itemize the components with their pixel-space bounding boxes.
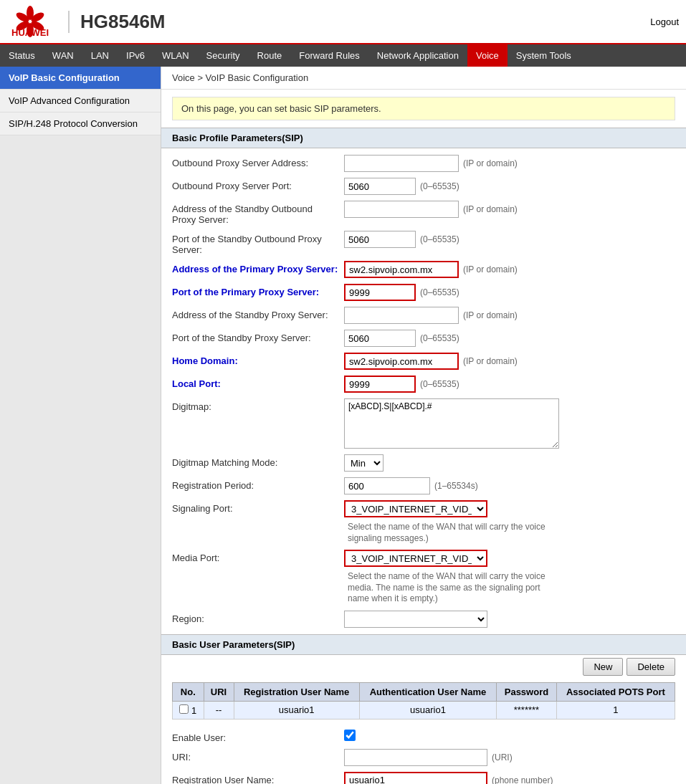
- form-row-digitmap-mode: Digitmap Matching Mode: Min Max: [172, 451, 675, 474]
- outbound-proxy-addr-input[interactable]: [344, 155, 459, 172]
- standby-outbound-port-label: Port of the Standby Outbound ProxyServer…: [172, 231, 344, 255]
- signaling-port-group: 3_VOIP_INTERNET_R_VID_1503 Select the na…: [344, 500, 675, 544]
- nav-forward-rules[interactable]: Forward Rules: [290, 44, 368, 67]
- nav-network-application[interactable]: Network Application: [368, 44, 467, 67]
- primary-proxy-addr-group: (IP or domain): [344, 261, 675, 278]
- nav-system-tools[interactable]: System Tools: [508, 44, 580, 67]
- digitmap-label: Digitmap:: [172, 398, 344, 412]
- home-domain-label: Home Domain:: [172, 353, 344, 366]
- nav-route[interactable]: Route: [249, 44, 291, 67]
- sidebar-item-voip-advanced[interactable]: VoIP Advanced Configuration: [0, 90, 161, 113]
- standby-proxy-addr-hint: (IP or domain): [463, 310, 518, 320]
- registration-period-group: (1–65534s): [344, 477, 675, 494]
- local-port-input[interactable]: [344, 376, 416, 393]
- outbound-proxy-port-input[interactable]: [344, 178, 416, 195]
- home-domain-input[interactable]: [344, 353, 459, 370]
- standby-proxy-addr-input[interactable]: [344, 307, 459, 324]
- reg-user-hint: (phone number): [492, 775, 553, 784]
- form-row-media-port: Media Port: 3_VOIP_INTERNET_R_VID_1503 S…: [172, 547, 675, 608]
- digitmap-textarea[interactable]: [xABCD].S|[xABCD].#: [344, 398, 559, 449]
- cell-password: *******: [497, 701, 557, 719]
- outbound-proxy-addr-hint: (IP or domain): [463, 158, 518, 168]
- outbound-proxy-addr-group: (IP or domain): [344, 155, 675, 172]
- digitmap-group: [xABCD].S|[xABCD].#: [344, 398, 675, 449]
- form-row-signaling-port: Signaling Port: 3_VOIP_INTERNET_R_VID_15…: [172, 497, 675, 547]
- standby-proxy-addr-label: Address of the Standby Proxy Server:: [172, 307, 344, 320]
- media-port-select[interactable]: 3_VOIP_INTERNET_R_VID_1503: [344, 550, 487, 567]
- reg-user-input[interactable]: [344, 772, 487, 784]
- standby-outbound-port-input[interactable]: [344, 231, 416, 248]
- signaling-port-select[interactable]: 3_VOIP_INTERNET_R_VID_1503: [344, 500, 487, 517]
- content-area: Voice > VoIP Basic Configuration On this…: [161, 67, 686, 784]
- media-port-hint: Select the name of the WAN that will car…: [348, 571, 548, 605]
- sidebar: VoIP Basic Configuration VoIP Advanced C…: [0, 67, 161, 784]
- form-row-local-port: Local Port: (0–65535): [172, 373, 675, 396]
- col-no: No.: [173, 682, 204, 701]
- registration-period-label: Registration Period:: [172, 477, 344, 491]
- form-row-region: Region:: [172, 608, 675, 631]
- nav-ipv6[interactable]: IPv6: [118, 44, 153, 67]
- standby-outbound-addr-input[interactable]: [344, 201, 459, 218]
- cell-pots-port: 1: [556, 701, 675, 719]
- nav-wlan[interactable]: WLAN: [153, 44, 198, 67]
- sidebar-item-voip-basic[interactable]: VoIP Basic Configuration: [0, 67, 161, 90]
- svg-text:HUAWEI: HUAWEI: [11, 27, 49, 38]
- standby-proxy-addr-group: (IP or domain): [344, 307, 675, 324]
- logout-button[interactable]: Logout: [650, 16, 679, 27]
- form-row-primary-proxy-addr: Address of the Primary Proxy Server: (IP…: [172, 258, 675, 281]
- region-select[interactable]: [344, 611, 487, 628]
- huawei-logo-icon: HUAWEI: [7, 4, 54, 39]
- enable-user-label: Enable User:: [172, 730, 344, 743]
- table-header-row: No. URI Registration User Name Authentic…: [173, 682, 675, 701]
- form-row-standby-outbound-port: Port of the Standby Outbound ProxyServer…: [172, 228, 675, 258]
- row-checkbox[interactable]: [179, 704, 189, 714]
- primary-proxy-addr-hint: (IP or domain): [463, 264, 518, 274]
- delete-button[interactable]: Delete: [627, 658, 675, 676]
- table-row[interactable]: 1 -- usuario1 usuario1 ******* 1: [173, 701, 675, 719]
- nav-lan[interactable]: LAN: [82, 44, 118, 67]
- standby-proxy-port-hint: (0–65535): [420, 333, 459, 343]
- sidebar-item-sip-h248[interactable]: SIP/H.248 Protocol Conversion: [0, 113, 161, 135]
- form-row-reg-user: Registration User Name: (phone number): [172, 769, 675, 784]
- nav-status[interactable]: Status: [0, 44, 44, 67]
- form-row-registration-period: Registration Period: (1–65534s): [172, 474, 675, 497]
- breadcrumb: Voice > VoIP Basic Configuration: [161, 67, 686, 90]
- enable-user-checkbox[interactable]: [344, 730, 356, 741]
- basic-user-title: Basic User Parameters(SIP): [161, 634, 686, 655]
- registration-period-input[interactable]: [344, 477, 430, 494]
- form-row-primary-proxy-port: Port of the Primary Proxy Server: (0–655…: [172, 281, 675, 304]
- col-password: Password: [497, 682, 557, 701]
- primary-proxy-port-input[interactable]: [344, 284, 416, 301]
- header: HUAWEI HG8546M Logout: [0, 0, 686, 44]
- standby-proxy-port-input[interactable]: [344, 330, 416, 347]
- uri-group: (URI): [344, 749, 675, 766]
- user-edit-form: Enable User: URI: (URI) Registration Use…: [161, 723, 686, 784]
- main-layout: VoIP Basic Configuration VoIP Advanced C…: [0, 67, 686, 784]
- col-uri: URI: [204, 682, 234, 701]
- uri-input[interactable]: [344, 749, 487, 766]
- nav-security[interactable]: Security: [198, 44, 249, 67]
- cell-reg-user: usuario1: [234, 701, 359, 719]
- standby-proxy-port-group: (0–65535): [344, 330, 675, 347]
- new-button[interactable]: New: [583, 658, 623, 676]
- signaling-port-label: Signaling Port:: [172, 500, 344, 514]
- form-row-uri: URI: (URI): [172, 746, 675, 769]
- digitmap-mode-label: Digitmap Matching Mode:: [172, 454, 344, 468]
- nav-voice[interactable]: Voice: [467, 44, 508, 67]
- digitmap-mode-select[interactable]: Min Max: [344, 454, 384, 472]
- col-reg-user: Registration User Name: [234, 682, 359, 701]
- col-pots-port: Associated POTS Port: [556, 682, 675, 701]
- standby-outbound-addr-hint: (IP or domain): [463, 204, 518, 214]
- cell-auth-user: usuario1: [359, 701, 496, 719]
- home-domain-group: (IP or domain): [344, 353, 675, 370]
- primary-proxy-addr-input[interactable]: [344, 261, 459, 278]
- media-port-group: 3_VOIP_INTERNET_R_VID_1503 Select the na…: [344, 550, 675, 605]
- outbound-proxy-addr-label: Outbound Proxy Server Address:: [172, 155, 344, 168]
- registration-period-hint: (1–65534s): [434, 481, 478, 491]
- col-auth-user: Authentication User Name: [359, 682, 496, 701]
- nav-wan[interactable]: WAN: [44, 44, 82, 67]
- local-port-hint: (0–65535): [420, 379, 459, 389]
- standby-outbound-port-hint: (0–65535): [420, 234, 459, 244]
- standby-outbound-addr-group: (IP or domain): [344, 201, 675, 218]
- reg-user-group: (phone number): [344, 772, 675, 784]
